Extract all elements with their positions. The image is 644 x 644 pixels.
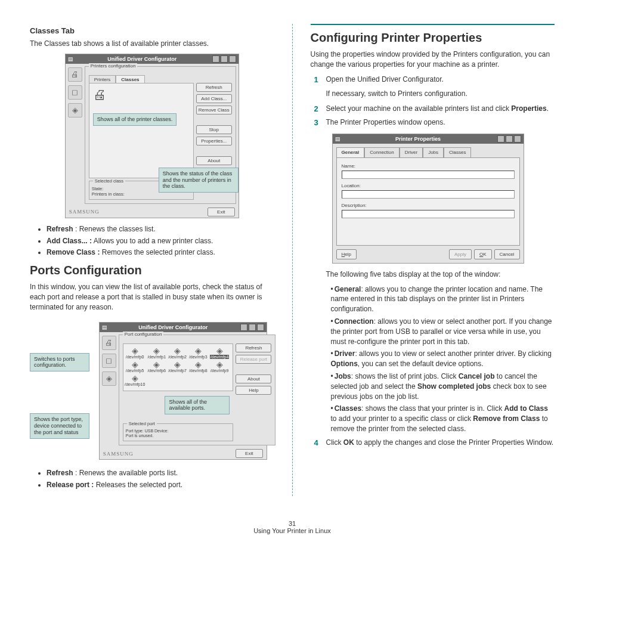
ok-button[interactable]: OK <box>474 249 492 259</box>
properties-button[interactable]: Properties... <box>196 137 232 145</box>
step-4: 4 Click OK to apply the changes and clos… <box>314 438 555 448</box>
list-item: General: allows you to change the printe… <box>331 284 555 314</box>
exit-button[interactable]: Exit <box>236 449 263 458</box>
port-cell <box>189 374 208 386</box>
scanner-icon[interactable]: ◻ <box>102 354 116 368</box>
list-item: Classes: shows the class that your print… <box>331 404 555 434</box>
after-pp-text: The following five tabs display at the t… <box>326 270 555 280</box>
max-icon[interactable] <box>249 324 256 331</box>
port-cell[interactable]: ◈/dev/mfp4 <box>210 346 230 359</box>
step-1-sub: If necessary, switch to Printers configu… <box>326 89 555 99</box>
port-cell[interactable]: ◈/dev/mfp7 <box>168 360 187 373</box>
window-title: Unified Driver Configurator <box>107 324 239 330</box>
sidebar: 🖨 ◻ ◈ <box>68 66 82 204</box>
min-icon[interactable] <box>240 324 247 331</box>
window-icon: ▤ <box>335 135 340 143</box>
port-cell[interactable]: ◈/dev/mfp3 <box>189 346 208 359</box>
section-title: Using Your Printer in Linux <box>30 527 555 534</box>
tab-printers[interactable]: Printers <box>89 75 116 83</box>
list-item: Release port : Releases the selected por… <box>47 480 274 490</box>
window-titlebar: ▤ Printer Properties <box>333 134 524 144</box>
tabs-description-list: General: allows you to change the printe… <box>326 284 555 434</box>
max-icon[interactable] <box>221 55 228 63</box>
tab-connection[interactable]: Connection <box>364 147 399 157</box>
window-titlebar: ▤ Unified Driver Configurator <box>100 323 267 332</box>
classes-intro: The Classes tab shows a list of availabl… <box>30 39 274 49</box>
callout-classes-list: Shows all of the printer classes. <box>93 113 177 126</box>
window-icon: ▤ <box>68 56 73 62</box>
tab-jobs[interactable]: Jobs <box>423 147 444 157</box>
port-cell[interactable]: ◈/dev/mfp10 <box>125 374 145 386</box>
printer-icon[interactable]: 🖨 <box>102 336 116 350</box>
port-config-group: Port configuration ◈/dev/mfp0◈/dev/mfp1◈… <box>119 335 276 446</box>
printer-icon[interactable]: 🖨 <box>68 67 82 82</box>
exit-button[interactable]: Exit <box>208 208 235 216</box>
groupbox-legend: Printers configuration <box>89 63 138 69</box>
port-icon[interactable]: ◈ <box>102 371 116 386</box>
refresh-button[interactable]: Refresh <box>196 83 232 92</box>
window-icon: ▤ <box>102 324 107 330</box>
about-button[interactable]: About <box>236 374 271 383</box>
tab-classes[interactable]: Classes <box>116 75 144 83</box>
list-item: Driver: allows you to view or select ano… <box>331 349 555 369</box>
min-icon[interactable] <box>497 135 504 143</box>
port-grid: ◈/dev/mfp0◈/dev/mfp1◈/dev/mfp2◈/dev/mfp3… <box>125 346 232 386</box>
window-title: Unified Driver Configurator <box>73 56 211 62</box>
close-icon[interactable] <box>229 55 236 63</box>
max-icon[interactable] <box>506 135 513 143</box>
step-2: 2 Select your machine on the available p… <box>314 104 555 114</box>
min-icon[interactable] <box>212 55 219 63</box>
window-title: Printer Properties <box>340 135 496 143</box>
list-item: Refresh : Renews the available ports lis… <box>47 468 274 478</box>
close-icon[interactable] <box>514 135 521 143</box>
location-input[interactable] <box>342 190 515 199</box>
scanner-icon[interactable]: ◻ <box>68 85 82 100</box>
ports-window: ▤ Unified Driver Configurator 🖨 ◻ ◈ Port… <box>99 322 267 460</box>
cancel-button[interactable]: Cancel <box>494 249 520 259</box>
list-item: Remove Class : Removes the selected prin… <box>47 247 274 258</box>
configuring-heading: Configuring Printer Properties <box>311 31 555 45</box>
sidebar: 🖨 ◻ ◈ <box>102 335 116 446</box>
apply-button[interactable]: Apply <box>449 249 472 259</box>
port-cell <box>168 374 187 386</box>
window-titlebar: ▤ Unified Driver Configurator <box>66 54 239 64</box>
port-cell[interactable]: ◈/dev/mfp2 <box>168 346 187 359</box>
about-button[interactable]: About <box>196 156 232 165</box>
port-cell[interactable]: ◈/dev/mfp9 <box>210 360 230 373</box>
port-cell[interactable]: ◈/dev/mfp6 <box>147 360 166 373</box>
add-class-button[interactable]: Add Class... <box>196 94 232 103</box>
port-cell[interactable]: ◈/dev/mfp1 <box>147 346 166 359</box>
ports-heading: Ports Configuration <box>30 264 274 277</box>
description-input[interactable] <box>342 210 515 218</box>
classes-bullets: Refresh : Renews the classes list.Add Cl… <box>30 224 274 258</box>
port-cell <box>147 374 166 386</box>
tab-classes[interactable]: Classes <box>444 147 471 157</box>
configuring-intro: Using the properties window provided by … <box>311 49 555 70</box>
name-label: Name: <box>342 163 515 169</box>
callout-available-ports: Shows all of the available ports. <box>165 396 230 415</box>
location-label: Location: <box>342 182 515 189</box>
callout-class-status: Shows the status of the class and the nu… <box>159 168 239 193</box>
classes-tab-heading: Classes Tab <box>30 26 274 35</box>
port-icon[interactable]: ◈ <box>68 103 82 117</box>
port-cell[interactable]: ◈/dev/mfp5 <box>125 360 145 373</box>
port-cell[interactable]: ◈/dev/mfp0 <box>125 346 145 359</box>
list-item: Add Class... : Allows you to add a new p… <box>47 236 274 246</box>
groupbox-legend: Port configuration <box>123 332 164 337</box>
remove-class-button[interactable]: Remove Class <box>196 106 232 114</box>
refresh-button[interactable]: Refresh <box>236 343 271 352</box>
port-cell[interactable]: ◈/dev/mfp8 <box>189 360 208 373</box>
stop-button[interactable]: Stop <box>196 125 232 134</box>
step-3: 3 The Printer Properties window opens. ▤… <box>314 117 555 434</box>
name-input[interactable] <box>342 171 515 179</box>
close-icon[interactable] <box>257 324 264 331</box>
list-item: Jobs: shows the list of print jobs. Clic… <box>331 371 555 401</box>
brand-label: SAMSUNG <box>103 451 134 457</box>
tab-driver[interactable]: Driver <box>400 147 423 157</box>
release-port-button[interactable]: Release port <box>236 355 271 364</box>
description-label: Description: <box>342 202 515 209</box>
help-button[interactable]: Help <box>336 249 357 259</box>
tab-general[interactable]: General <box>336 147 365 157</box>
selected-port-legend: Selected port <box>127 421 157 426</box>
help-button[interactable]: Help <box>236 386 271 395</box>
